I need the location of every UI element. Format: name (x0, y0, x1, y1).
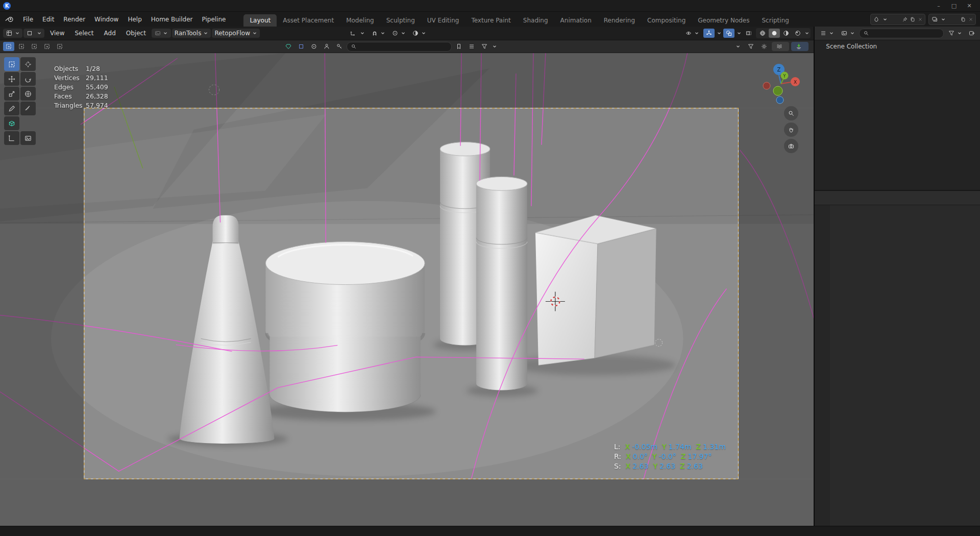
ground-toggle[interactable] (772, 42, 789, 51)
viewport-menu-view[interactable]: View (45, 28, 69, 38)
menu-render[interactable]: Render (59, 14, 90, 25)
select-mode-1[interactable] (16, 42, 27, 51)
toggle-camera-view-button[interactable] (784, 139, 798, 153)
viewport-3d[interactable]: Objects1/28Vertices29,111Edges55,409Face… (0, 53, 814, 526)
xray-toggle[interactable] (743, 29, 754, 38)
tab-layout[interactable]: Layout (243, 14, 277, 27)
tab-sculpting[interactable]: Sculpting (380, 14, 421, 27)
maximize-button[interactable]: □ (946, 0, 962, 11)
tab-scripting[interactable]: Scripting (756, 14, 795, 27)
tab-animation[interactable]: Animation (554, 14, 598, 27)
tab-compositing[interactable]: Compositing (641, 14, 692, 27)
mode-selector[interactable] (23, 29, 44, 38)
navigation-gizmo[interactable]: Z Y X (760, 61, 802, 110)
asset-gem-button[interactable] (283, 42, 294, 51)
outliner-filter[interactable] (945, 29, 965, 38)
menu-edit[interactable]: Edit (38, 14, 59, 25)
measure-tool[interactable] (20, 102, 36, 115)
viewport-menu-add[interactable]: Add (100, 28, 120, 38)
shading-solid[interactable] (769, 29, 780, 38)
visibility-dropdown[interactable] (682, 29, 702, 38)
outliner-row[interactable]: Scene Collection (815, 41, 980, 52)
editor-type-selector[interactable] (3, 29, 22, 38)
chev-icon (736, 31, 742, 36)
stat-label: Triangles (54, 101, 86, 110)
menu-pipeline[interactable]: Pipeline (197, 14, 230, 25)
select-box-tool[interactable] (4, 57, 19, 71)
tab-rendering[interactable]: Rendering (598, 14, 641, 27)
show-overlays-toggle[interactable] (723, 29, 734, 38)
minimize-button[interactable]: – (931, 0, 946, 11)
move-tool[interactable] (4, 72, 19, 86)
keymesh-button[interactable] (296, 42, 307, 51)
snapping-dropdown[interactable] (369, 29, 388, 38)
transform-orientation[interactable] (347, 29, 368, 38)
annotate-tool[interactable] (4, 102, 19, 115)
tab-asset-placement[interactable]: Asset Placement (277, 14, 340, 27)
transform-tool[interactable] (20, 87, 36, 101)
outliner-search-input[interactable] (871, 30, 940, 37)
active-tool-dropdown[interactable] (152, 29, 171, 38)
pan-view-icon (788, 126, 795, 133)
scale-tool[interactable] (4, 87, 19, 101)
scale-tool-icon (8, 90, 15, 98)
blender-window: K – □ ✕ FileEditRenderWindowHelpHome Bui… (0, 0, 980, 536)
pan-view-button[interactable] (784, 123, 798, 137)
toolbar-search-input[interactable] (359, 43, 448, 51)
add-cube-tool[interactable] (4, 116, 19, 130)
rotate-tool[interactable] (20, 72, 36, 86)
snap-toggle[interactable] (791, 42, 808, 51)
corner-pin-tool[interactable] (4, 131, 19, 145)
keymap-tool-button[interactable] (334, 42, 345, 51)
titlebar: K – □ ✕ (0, 0, 980, 12)
addon-menu-rantools[interactable]: RanTools (172, 29, 211, 38)
gizmo-x-neg (763, 82, 770, 89)
filter-icon (948, 30, 955, 37)
shading-material[interactable] (780, 29, 792, 38)
options-dropdown[interactable] (731, 43, 743, 51)
shading-wireframe[interactable] (757, 29, 768, 38)
scene-selector[interactable] (870, 14, 925, 25)
menu-file[interactable]: File (18, 14, 38, 25)
tab-modeling[interactable]: Modeling (340, 14, 380, 27)
cursor-tool[interactable] (20, 57, 36, 71)
select-mode-0[interactable] (3, 42, 14, 51)
settings-button[interactable] (758, 42, 770, 51)
select-mode-3[interactable] (41, 42, 53, 51)
show-gizmo-toggle[interactable] (703, 29, 715, 38)
viewlayer-selector[interactable] (928, 14, 976, 25)
blender-logo-icon[interactable] (5, 16, 14, 23)
select-mode-2[interactable] (29, 42, 40, 51)
menu-help[interactable]: Help (123, 14, 146, 25)
character-tool-button[interactable] (321, 42, 332, 51)
viewport-menu-object[interactable]: Object (121, 28, 151, 38)
tab-shading[interactable]: Shading (517, 14, 554, 27)
bookmark-button[interactable] (453, 42, 464, 51)
tab-geometry-nodes[interactable]: Geometry Nodes (692, 14, 755, 27)
filter-quick-button[interactable] (479, 42, 490, 51)
circle-tool-button[interactable] (308, 42, 320, 51)
proportional-editing[interactable] (389, 29, 408, 38)
chev-icon (14, 31, 20, 36)
tab-texture-paint[interactable]: Texture Paint (465, 14, 517, 27)
menu-home-builder[interactable]: Home Builder (146, 14, 198, 25)
addon-menu-retopoflow[interactable]: RetopoFlow (212, 29, 260, 38)
select-mode-4[interactable] (54, 42, 65, 51)
menu-window[interactable]: Window (90, 14, 123, 25)
shading-rendered[interactable] (792, 29, 803, 38)
tab-uv-editing[interactable]: UV Editing (421, 14, 465, 27)
chev-icon (203, 31, 208, 36)
close-button[interactable]: ✕ (962, 0, 977, 11)
outliner-editor-icon (820, 30, 827, 37)
chev-icon (828, 31, 834, 36)
outliner-display-mode[interactable] (817, 29, 837, 38)
falloff-dropdown[interactable] (409, 29, 429, 38)
filter-button[interactable] (745, 42, 756, 51)
zoom-view-button[interactable] (784, 106, 798, 120)
viewport-menu-select[interactable]: Select (70, 28, 98, 38)
new-collection-button[interactable] (966, 29, 977, 38)
image-reference-tool[interactable] (20, 131, 36, 145)
axis-letter: Z (681, 452, 686, 460)
outliner-filter-type[interactable] (838, 29, 857, 38)
menu-list-button[interactable] (466, 42, 477, 51)
